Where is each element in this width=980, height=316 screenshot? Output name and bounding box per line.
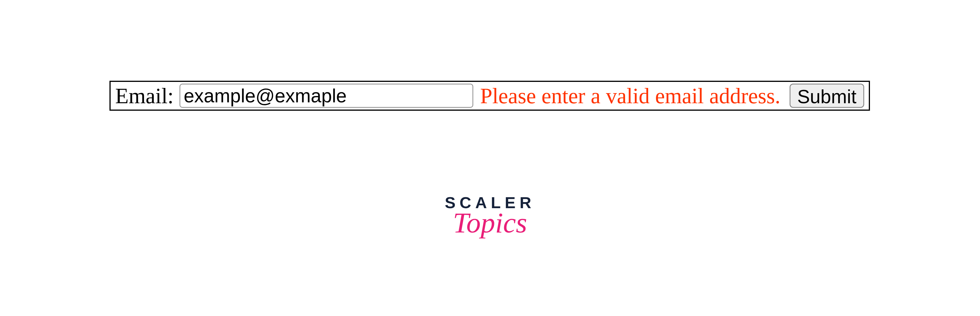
email-form-container: Email: Please enter a valid email addres…	[110, 81, 870, 111]
validation-error-message: Please enter a valid email address.	[480, 83, 789, 109]
email-label: Email:	[115, 83, 174, 109]
email-input[interactable]	[180, 84, 473, 108]
scaler-topics-logo: SCALER Topics	[445, 193, 535, 239]
submit-button[interactable]: Submit	[789, 84, 864, 108]
logo-text-topics: Topics	[445, 206, 535, 239]
